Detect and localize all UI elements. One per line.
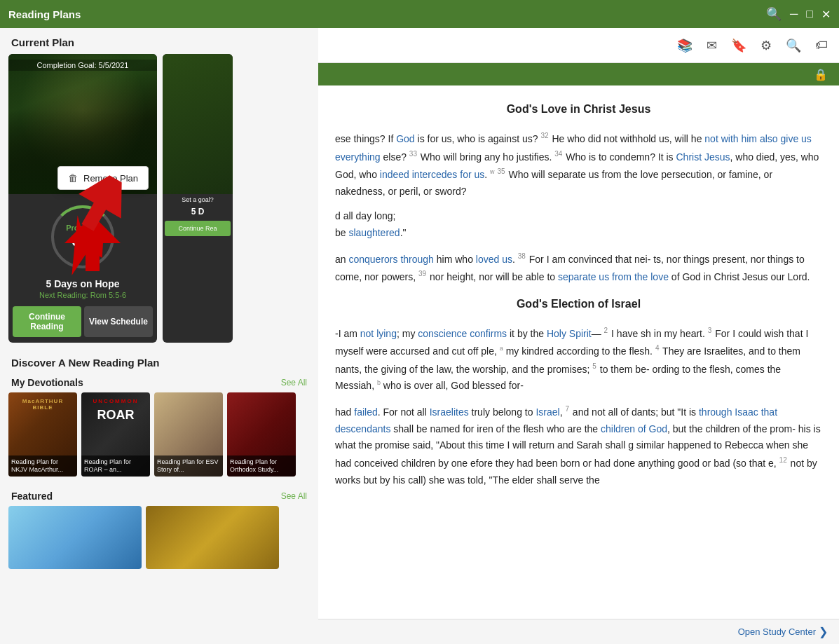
completion-goal: Completion Goal: 5/5/2021 <box>8 60 157 71</box>
left-panel: Current Plan Completion Goal: 5/5/2021 P… <box>0 28 318 644</box>
featured-cards <box>0 506 318 577</box>
study-center-bar: Open Study Center ❯ <box>318 619 839 644</box>
set-goal-label: Set a goal? <box>163 194 233 205</box>
continue-reading-button-2[interactable]: Continue Rea <box>165 221 231 236</box>
section-title-1: God's Love in Christ Jesus <box>335 100 822 118</box>
top-toolbar: 📚 ✉ 🔖 ⚙ 🔍 🏷 <box>318 28 839 63</box>
bookmark-icon[interactable]: 🏷 <box>815 38 828 53</box>
devotionals-title: My Devotionals <box>11 377 83 388</box>
bible-verse-block-2: d all day long; be slaughtered." <box>335 208 822 242</box>
green-bar: 🔒 <box>318 63 839 85</box>
right-panel: 📚 ✉ 🔖 ⚙ 🔍 🏷 🔒 God's Love in Christ Jesus… <box>318 28 839 644</box>
minimize-button[interactable]: ─ <box>790 8 798 20</box>
devotional-card-3[interactable]: Reading Plan for ESV Story of... <box>154 392 223 477</box>
bookmark-list-icon[interactable]: 🔖 <box>731 38 746 53</box>
featured-card-1[interactable] <box>8 506 142 569</box>
main-area: Current Plan Completion Goal: 5/5/2021 P… <box>0 28 839 644</box>
plan-card-2: Set a goal? 5 D Continue Rea <box>163 54 233 343</box>
plan-card-1: Completion Goal: 5/5/2021 Progress 0% 5 … <box>8 54 157 343</box>
featured-card-2[interactable] <box>146 506 279 569</box>
devotional-card-4[interactable]: Reading Plan for Orthodox Study... <box>227 392 296 477</box>
plan-actions-1: Continue Reading View Schedule <box>8 306 157 343</box>
dev-card-label-3: Reading Plan for ESV Story of... <box>154 455 223 477</box>
continue-reading-button[interactable]: Continue Reading <box>13 306 81 337</box>
current-plan-heading: Current Plan <box>0 28 318 54</box>
current-plan-cards: Completion Goal: 5/5/2021 Progress 0% 5 … <box>0 54 318 351</box>
maximize-button[interactable]: □ <box>806 8 813 20</box>
devotional-card-2[interactable]: Reading Plan for ROAR – an... <box>81 392 150 477</box>
trash-icon: 🗑 <box>68 172 78 184</box>
view-schedule-button[interactable]: View Schedule <box>84 306 153 337</box>
bible-content: God's Love in Christ Jesus ese things? I… <box>318 85 839 619</box>
plan-title-2: 5 D <box>163 205 233 218</box>
plan-next-reading-1: Next Reading: Rom 5:5-6 <box>8 291 157 306</box>
window-title: Reading Plans <box>8 8 81 20</box>
bible-verse-block-1: ese things? If God is for us, who is aga… <box>335 130 822 200</box>
remove-plan-label[interactable]: Remove Plan <box>83 173 138 184</box>
dev-card-label-4: Reading Plan for Orthodox Study... <box>227 455 296 477</box>
section-title-2: God's Election of Israel <box>335 294 822 313</box>
bible-verse-block-5: had failed. For not all Israelites truly… <box>335 403 822 488</box>
featured-see-all[interactable]: See All <box>281 491 307 501</box>
devotional-cards: Reading Plan for NKJV MacArthur... Readi… <box>0 392 318 485</box>
window-titlebar: Reading Plans 🔍 ─ □ ✕ <box>0 0 839 28</box>
open-study-center-link[interactable]: Open Study Center <box>738 626 816 637</box>
library-icon[interactable]: 📚 <box>677 38 693 53</box>
devotionals-see-all[interactable]: See All <box>281 378 307 388</box>
lock-icon[interactable]: 🔒 <box>814 68 828 81</box>
search-icon[interactable]: 🔍 <box>786 38 801 53</box>
dev-card-label-1: Reading Plan for NKJV MacArthur... <box>8 455 77 477</box>
context-menu[interactable]: 🗑 Remove Plan <box>57 166 149 190</box>
close-button[interactable]: ✕ <box>821 8 831 21</box>
featured-header: Featured See All <box>0 485 318 506</box>
dev-card-label-2: Reading Plan for ROAR – an... <box>81 455 150 477</box>
settings-icon[interactable]: ⚙ <box>760 38 772 53</box>
featured-title: Featured <box>11 491 53 502</box>
bible-verse-block-4: -I am not lying; my conscience confirms … <box>335 324 822 395</box>
devotional-card-1[interactable]: Reading Plan for NKJV MacArthur... <box>8 392 77 477</box>
envelope-icon[interactable]: ✉ <box>707 38 717 53</box>
study-center-arrow: ❯ <box>819 625 828 638</box>
bible-verse-block-3: an conquerors through him who loved us. … <box>335 250 822 286</box>
plan-card-image-2 <box>163 54 233 194</box>
search-icon[interactable]: 🔍 <box>766 6 782 22</box>
devotionals-header: My Devotionals See All <box>0 371 318 392</box>
discover-heading: Discover A New Reading Plan <box>0 351 318 371</box>
